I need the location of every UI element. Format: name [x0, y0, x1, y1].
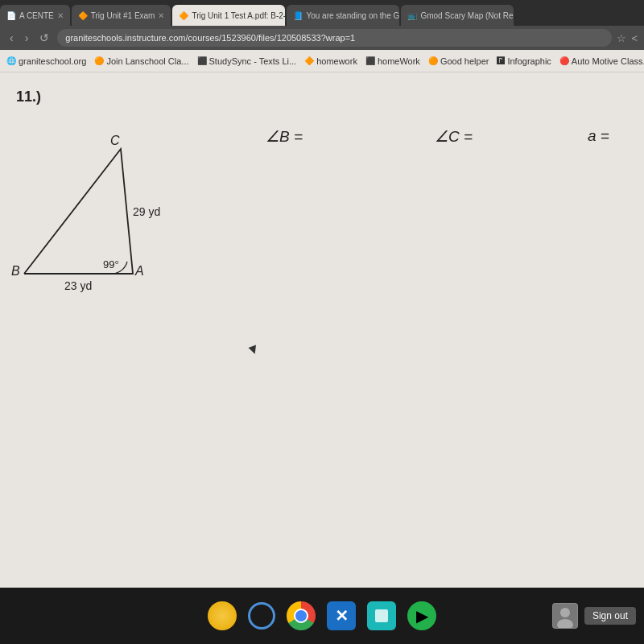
- address-input[interactable]: [57, 29, 612, 47]
- bookmark-studysync-label: StudySync - Texts Li...: [209, 56, 297, 66]
- user-avatar[interactable]: [552, 603, 578, 629]
- triangle-diagram: B A C 29 yd 23 yd 99°: [8, 129, 201, 314]
- bookmark-automotive-label: Auto Motive Class...: [572, 56, 644, 66]
- tab-2-icon: 🔶: [78, 11, 88, 20]
- angle-a-label: 99°: [103, 258, 119, 270]
- angle-b-text: ∠B =: [266, 128, 303, 145]
- graniteschool-icon: 🌐: [6, 56, 16, 65]
- triangle-area: B A C 29 yd 23 yd 99°: [8, 129, 201, 317]
- triangle-shape: [24, 149, 133, 274]
- problem-number: 11.): [16, 89, 41, 105]
- tab-3-label: Trig Unit 1 Test A.pdf: B-2-SEC: [192, 11, 285, 20]
- blue-ring-icon[interactable]: [248, 602, 275, 630]
- tab-2-label: Trig Unit #1 Exam: [91, 11, 155, 20]
- infographic-icon: 🅿: [497, 56, 505, 65]
- vertex-a-label: A: [134, 264, 144, 278]
- side-ba-label: 23 yd: [64, 279, 92, 292]
- tab-4[interactable]: 📘 You are standing on the Gran ✕: [287, 5, 399, 26]
- launcher-icon[interactable]: [208, 601, 237, 630]
- tab-5[interactable]: 📺 Gmod Scary Map (Not Re ✕: [401, 5, 514, 26]
- angle-c-text: ∠C =: [435, 128, 473, 145]
- tab-1-icon: 📄: [6, 11, 16, 20]
- forward-button[interactable]: ›: [22, 30, 32, 46]
- bookmark-lanschool[interactable]: 🟠 Join Lanschool Cla...: [94, 56, 188, 66]
- angle-b-display: ∠B =: [266, 127, 303, 146]
- studysync-icon: ⬛: [197, 56, 207, 65]
- bookmarks-bar: 🌐 graniteschool.org 🟠 Join Lanschool Cla…: [0, 50, 644, 72]
- tab-1-label: A CENTE: [19, 11, 54, 20]
- sign-out-button[interactable]: Sign out: [584, 607, 636, 625]
- bookmark-automotive[interactable]: 🔴 Auto Motive Class...: [559, 56, 644, 66]
- svg-rect-0: [375, 609, 388, 622]
- tab-bar: 📄 A CENTE ✕ 🔶 Trig Unit #1 Exam ✕ 🔶 Trig…: [0, 0, 644, 26]
- refresh-button[interactable]: ↺: [36, 30, 52, 46]
- taskbar: ✕ ▶ Sign out: [0, 588, 644, 644]
- tab-3[interactable]: 🔶 Trig Unit 1 Test A.pdf: B-2-SEC ✕: [172, 5, 285, 26]
- bookmark-lanschool-label: Join Lanschool Cla...: [106, 56, 188, 66]
- tab-1-close[interactable]: ✕: [57, 11, 64, 20]
- tab-4-label: You are standing on the Gran: [306, 11, 399, 20]
- bookmark-goodhelper[interactable]: 🟠 Good helper: [428, 56, 489, 66]
- tab-5-label: Gmod Scary Map (Not Re: [420, 11, 513, 20]
- automotive-icon: 🔴: [559, 56, 569, 65]
- a-text: a =: [588, 127, 609, 144]
- angle-c-display: ∠C =: [435, 127, 473, 146]
- browser-chrome: 📄 A CENTE ✕ 🔶 Trig Unit #1 Exam ✕ 🔶 Trig…: [0, 0, 644, 72]
- homework2-icon: ⬛: [365, 56, 375, 65]
- bookmark-graniteschool-label: graniteschool.org: [19, 56, 86, 66]
- bookmark-infographic-label: Infographic: [507, 56, 551, 66]
- tab-5-icon: 📺: [407, 11, 417, 20]
- bookmark-infographic[interactable]: 🅿 Infographic: [497, 56, 551, 66]
- tab-1[interactable]: 📄 A CENTE ✕: [0, 5, 70, 26]
- blue-x-icon[interactable]: ✕: [327, 601, 356, 630]
- mouse-cursor: [249, 345, 259, 356]
- taskbar-icons: ✕ ▶: [208, 601, 436, 630]
- a-display: a =: [588, 127, 609, 145]
- bookmark-homework[interactable]: 🔶 homework: [304, 56, 357, 66]
- homework-icon: 🔶: [304, 56, 314, 65]
- goodhelper-icon: 🟠: [428, 56, 438, 65]
- bookmark-studysync[interactable]: ⬛ StudySync - Texts Li...: [197, 56, 297, 66]
- tab-2[interactable]: 🔶 Trig Unit #1 Exam ✕: [72, 5, 171, 26]
- svg-point-2: [560, 608, 570, 617]
- bookmark-homework2[interactable]: ⬛ homeWork: [365, 56, 420, 66]
- tab-3-icon: 🔶: [179, 11, 188, 20]
- bookmark-graniteschool[interactable]: 🌐 graniteschool.org: [6, 56, 86, 66]
- green-play-icon[interactable]: ▶: [407, 601, 436, 630]
- tab-4-icon: 📘: [293, 11, 303, 20]
- lanschool-icon: 🟠: [94, 56, 104, 65]
- address-bar: ‹ › ↺ ☆ <: [0, 26, 644, 50]
- vertex-c-label: C: [110, 134, 120, 147]
- chrome-icon[interactable]: [287, 601, 316, 630]
- vertex-b-label: B: [11, 264, 20, 278]
- side-ca-label: 29 yd: [133, 205, 160, 218]
- tab-2-close[interactable]: ✕: [158, 11, 164, 20]
- back-button[interactable]: ‹: [6, 30, 17, 46]
- bookmark-goodhelper-label: Good helper: [440, 56, 489, 66]
- bookmark-homework2-label: homeWork: [378, 56, 420, 66]
- teal-icon[interactable]: [367, 601, 396, 630]
- bookmark-homework-label: homework: [316, 56, 357, 66]
- bookmark-star-icon[interactable]: ☆: [617, 32, 626, 44]
- page-content: 11.) B A C 29 yd 23 yd 99° ∠B = ∠C =: [0, 72, 644, 588]
- nav-arrows-icon: <: [631, 32, 638, 44]
- taskbar-right: Sign out: [552, 603, 636, 629]
